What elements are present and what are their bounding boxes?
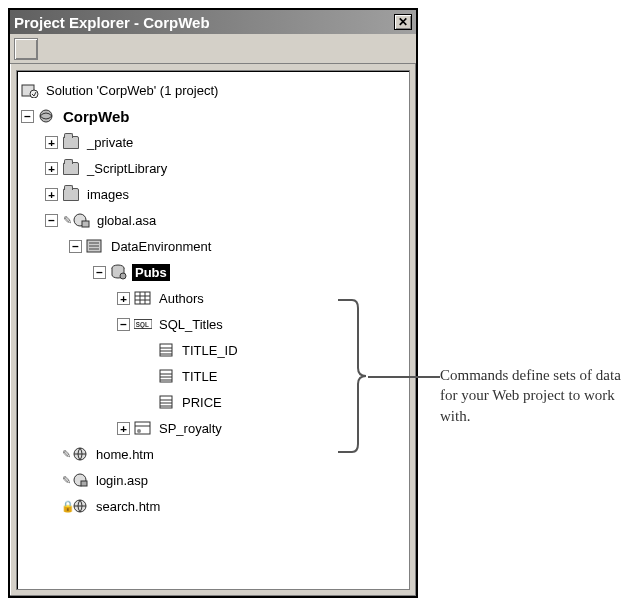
- svg-point-3: [30, 90, 38, 98]
- window-title: Project Explorer - CorpWeb: [14, 14, 394, 31]
- svg-rect-38: [81, 481, 87, 486]
- tree-node-images[interactable]: + images: [21, 181, 405, 207]
- expand-toggle[interactable]: +: [45, 188, 58, 201]
- folder-icon: [62, 134, 80, 150]
- command-label: Authors: [156, 290, 207, 307]
- expand-toggle[interactable]: −: [69, 240, 82, 253]
- connection-icon: [110, 264, 128, 280]
- asa-icon: [72, 212, 90, 228]
- asp-icon: [71, 472, 89, 488]
- svg-point-12: [120, 273, 126, 279]
- file-label: global.asa: [94, 212, 159, 229]
- stored-proc-icon: [134, 420, 152, 436]
- edit-marker-icon: ✎: [62, 214, 72, 227]
- tree-node-search[interactable]: 🔒 search.htm: [21, 493, 405, 519]
- column-label: PRICE: [179, 394, 225, 411]
- edit-marker-icon: ✎: [61, 448, 71, 461]
- svg-rect-9: [89, 245, 99, 247]
- svg-rect-6: [82, 221, 89, 227]
- table-icon: [134, 290, 152, 306]
- titlebar: Project Explorer - CorpWeb ✕: [10, 10, 416, 34]
- folder-label: _ScriptLibrary: [84, 160, 170, 177]
- edit-marker-icon: ✎: [61, 474, 71, 487]
- tree-node-login[interactable]: ✎ login.asp: [21, 467, 405, 493]
- svg-rect-13: [135, 292, 150, 304]
- close-icon: ✕: [398, 15, 408, 29]
- expand-toggle[interactable]: +: [117, 422, 130, 435]
- expand-toggle[interactable]: +: [45, 162, 58, 175]
- callout-text: Commands define sets of data for your We…: [440, 365, 630, 426]
- column-icon: [157, 394, 175, 410]
- svg-rect-8: [89, 242, 99, 244]
- command-label: SP_royalty: [156, 420, 225, 437]
- expand-toggle[interactable]: −: [21, 110, 34, 123]
- svg-rect-32: [135, 422, 150, 434]
- connection-label: Pubs: [132, 264, 170, 281]
- solution-icon: [21, 82, 39, 98]
- file-label: login.asp: [93, 472, 151, 489]
- command-label: SQL_Titles: [156, 316, 226, 333]
- column-label: TITLE: [179, 368, 220, 385]
- tree-node-scriptlibrary[interactable]: + _ScriptLibrary: [21, 155, 405, 181]
- tree-node-solution[interactable]: Solution 'CorpWeb' (1 project): [21, 77, 405, 103]
- expand-toggle[interactable]: −: [45, 214, 58, 227]
- project-icon: [38, 108, 56, 124]
- file-label: home.htm: [93, 446, 157, 463]
- close-button[interactable]: ✕: [394, 14, 412, 30]
- column-icon: [157, 368, 175, 384]
- project-label: CorpWeb: [60, 107, 132, 126]
- file-label: search.htm: [93, 498, 163, 515]
- folder-label: _private: [84, 134, 136, 151]
- svg-point-34: [137, 429, 141, 433]
- folder-icon: [62, 160, 80, 176]
- toolbar-button[interactable]: [14, 38, 38, 60]
- svg-text:SQL: SQL: [136, 321, 149, 329]
- callout-bracket: [338, 296, 368, 456]
- expand-toggle[interactable]: +: [117, 292, 130, 305]
- svg-point-4: [40, 110, 52, 122]
- tree-node-dataenvironment[interactable]: − DataEnvironment: [21, 233, 405, 259]
- solution-label: Solution 'CorpWeb' (1 project): [43, 82, 221, 99]
- expand-toggle[interactable]: +: [45, 136, 58, 149]
- dataenvironment-icon: [86, 238, 104, 254]
- toolbar: [10, 34, 416, 64]
- svg-rect-10: [89, 248, 99, 250]
- folder-label: images: [84, 186, 132, 203]
- folder-icon: [62, 186, 80, 202]
- sql-icon: SQL: [134, 316, 152, 332]
- tree-node-globalasa[interactable]: − ✎ global.asa: [21, 207, 405, 233]
- tree-node-private[interactable]: + _private: [21, 129, 405, 155]
- htm-icon: [71, 446, 89, 462]
- callout-connector: [368, 376, 440, 378]
- expand-toggle[interactable]: −: [117, 318, 130, 331]
- htm-icon: [71, 498, 89, 514]
- dataenv-label: DataEnvironment: [108, 238, 214, 255]
- expand-toggle[interactable]: −: [93, 266, 106, 279]
- tree-node-project[interactable]: − CorpWeb: [21, 103, 405, 129]
- tree-node-pubs[interactable]: − Pubs: [21, 259, 405, 285]
- column-icon: [157, 342, 175, 358]
- lock-marker-icon: 🔒: [61, 500, 71, 513]
- column-label: TITLE_ID: [179, 342, 241, 359]
